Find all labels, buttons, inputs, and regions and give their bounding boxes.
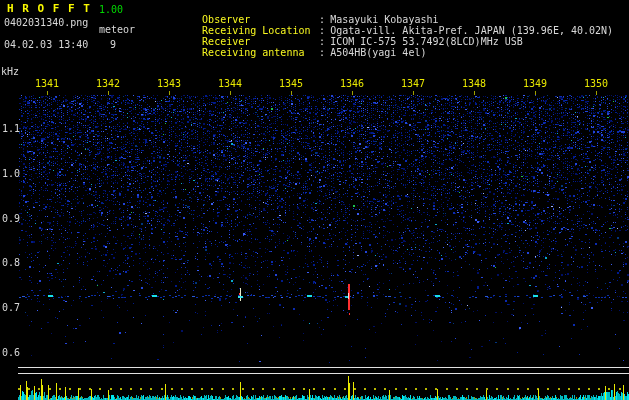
x-tick-label: 1343 [156,78,182,89]
hrofft-output: H R O F F T 1.00 0402031340.png meteor 0… [0,0,629,400]
x-tick-label: 1341 [34,78,60,89]
x-tick-label: 1347 [400,78,426,89]
info-label: Receiving antenna [202,47,319,58]
y-axis-title: kHz [1,66,19,77]
y-tick-label: 0.8 [2,257,20,268]
x-tick-label: 1342 [95,78,121,89]
x-tick-label: 1348 [461,78,487,89]
x-tick-label: 1344 [217,78,243,89]
info-value: A504HB(yagi 4el) [330,47,426,58]
filename: 0402031340.png [4,17,88,28]
meteor-count: 9 [110,39,116,50]
y-tick-label: 0.7 [2,302,20,313]
y-tick-label: 1.1 [2,123,20,134]
app-title: H R O F F T [7,3,91,14]
x-tick-label: 1345 [278,78,304,89]
datetime: 04.02.03 13:40 [4,39,88,50]
x-tick-label: 1349 [522,78,548,89]
y-tick-label: 0.6 [2,347,20,358]
info-separator: : [319,47,325,58]
observation-mode: meteor [99,24,135,35]
x-tick-label: 1346 [339,78,365,89]
y-tick-label: 0.9 [2,213,20,224]
app-version: 1.00 [99,4,123,15]
y-tick-label: 1.0 [2,168,20,179]
x-tick-label: 1350 [583,78,609,89]
info-row-antenna: Receiving antenna:A504HB(yagi 4el) [178,36,426,69]
